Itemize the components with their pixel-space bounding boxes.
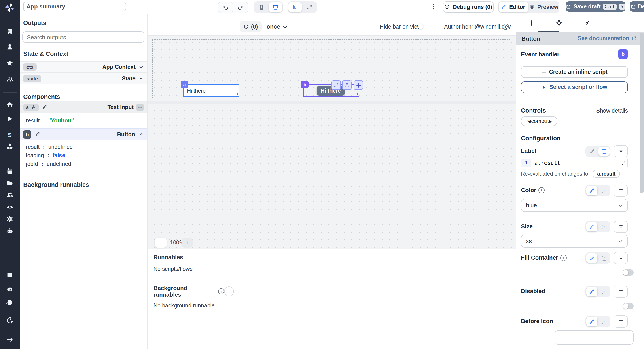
- expand-editor-button[interactable]: [619, 159, 628, 167]
- calendar-icon[interactable]: [6, 168, 14, 175]
- moon-icon[interactable]: [6, 317, 14, 324]
- component-a-id-pill[interactable]: a: [23, 103, 39, 111]
- fill-container-toggle[interactable]: [622, 270, 634, 276]
- users-icon[interactable]: [6, 75, 14, 83]
- edit-pencil-icon[interactable]: [42, 104, 48, 110]
- connect-input-button[interactable]: [614, 316, 628, 328]
- move-component-button[interactable]: [354, 80, 363, 90]
- info-icon[interactable]: i: [218, 288, 224, 295]
- size-select[interactable]: xs: [521, 235, 628, 248]
- more-options-icon[interactable]: [430, 3, 438, 10]
- chevron-down-icon[interactable]: [139, 64, 144, 69]
- component-settings-tab[interactable]: [551, 19, 567, 26]
- connect-input-button[interactable]: [614, 185, 628, 197]
- refresh-button[interactable]: (0): [240, 21, 262, 32]
- expand-component-button[interactable]: [332, 80, 341, 90]
- component-a-result-line[interactable]: result : "Youhou": [20, 113, 147, 128]
- resize-handle[interactable]: [355, 92, 358, 95]
- recompute-button[interactable]: recompute: [521, 116, 557, 126]
- static-mode-button[interactable]: [586, 253, 598, 263]
- eval-mode-button[interactable]: f: [598, 147, 610, 156]
- component-a-canvas-badge[interactable]: a: [181, 81, 188, 88]
- chevron-up-icon[interactable]: [139, 132, 144, 137]
- app-canvas[interactable]: a Hi there b Hi there − 100%: [148, 36, 516, 249]
- github-icon[interactable]: [6, 299, 14, 306]
- dollar-icon[interactable]: $: [6, 131, 14, 139]
- home-icon[interactable]: [6, 101, 14, 108]
- insert-component-tab[interactable]: [523, 20, 539, 26]
- component-b-canvas-badge[interactable]: b: [301, 81, 308, 88]
- eval-mode-button[interactable]: f: [598, 317, 610, 326]
- component-b-output-line[interactable]: loading : false: [20, 151, 147, 160]
- mode-chevron-down-icon[interactable]: [282, 24, 288, 30]
- component-row-b[interactable]: b Button: [20, 128, 147, 140]
- show-details-link[interactable]: Show details: [596, 107, 628, 114]
- gear-icon[interactable]: [6, 215, 14, 223]
- refresh-mode-label[interactable]: once: [266, 23, 280, 30]
- info-icon[interactable]: i: [560, 255, 567, 261]
- settings-scrollbar[interactable]: [640, 33, 644, 193]
- eye-icon[interactable]: [6, 204, 14, 211]
- add-background-runnable-button[interactable]: +: [224, 287, 234, 296]
- folder-icon[interactable]: [6, 180, 14, 187]
- theme-tab[interactable]: [579, 20, 595, 26]
- robot-icon[interactable]: [6, 227, 14, 235]
- edit-pencil-icon[interactable]: [35, 131, 41, 137]
- debug-runs-button[interactable]: Debug runs (0): [443, 1, 494, 12]
- info-icon[interactable]: i: [538, 187, 545, 193]
- app-summary-input[interactable]: [23, 2, 126, 11]
- label-code-editor[interactable]: 1 a.result: [521, 159, 628, 167]
- windmill-logo-icon[interactable]: [4, 2, 15, 13]
- create-inline-script-button[interactable]: Create an inline script: [521, 66, 628, 78]
- ctx-row[interactable]: ctx App Context: [20, 61, 147, 73]
- resize-handle[interactable]: [235, 92, 238, 95]
- color-select[interactable]: blue: [521, 199, 628, 212]
- book-icon[interactable]: [6, 272, 14, 279]
- event-handler-target-chip[interactable]: b: [618, 49, 628, 59]
- discord-icon[interactable]: [6, 286, 14, 293]
- play-icon[interactable]: [6, 115, 14, 122]
- reeval-dependency-pill[interactable]: a.result: [593, 170, 620, 178]
- connect-input-button[interactable]: [614, 286, 628, 298]
- star-icon[interactable]: [6, 59, 14, 67]
- desktop-view-button[interactable]: [269, 2, 282, 12]
- static-mode-button[interactable]: [586, 147, 598, 156]
- eval-mode-button[interactable]: f: [598, 186, 610, 195]
- connect-input-button[interactable]: [614, 252, 628, 264]
- connect-input-button[interactable]: [614, 145, 628, 157]
- centered-layout-button[interactable]: [288, 2, 302, 12]
- before-icon-input[interactable]: [554, 330, 634, 345]
- search-outputs-input[interactable]: [22, 31, 144, 43]
- editor-tab[interactable]: Editor: [499, 2, 528, 12]
- mobile-view-button[interactable]: [254, 2, 268, 12]
- zoom-in-button[interactable]: +: [182, 238, 193, 248]
- text-input-component[interactable]: Hi there: [183, 84, 239, 96]
- component-b-output-line[interactable]: jobId : undefined: [20, 160, 147, 168]
- chevron-down-icon[interactable]: [139, 76, 144, 81]
- save-draft-button[interactable]: Save draft Ctrl S: [566, 1, 625, 12]
- eval-mode-button[interactable]: f: [598, 287, 610, 296]
- eval-mode-button[interactable]: f: [598, 222, 610, 232]
- zoom-out-button[interactable]: −: [155, 238, 167, 248]
- redo-button[interactable]: [233, 2, 248, 12]
- preview-tab[interactable]: Preview: [529, 2, 558, 12]
- component-row-a[interactable]: a Text Input: [20, 101, 147, 113]
- select-script-or-flow-button[interactable]: Select a script or flow: [521, 81, 628, 93]
- static-mode-button[interactable]: [586, 222, 598, 232]
- anchor-component-button[interactable]: [342, 80, 352, 90]
- eval-mode-button[interactable]: f: [598, 253, 610, 263]
- cubes-icon[interactable]: [6, 143, 14, 150]
- component-b-id-badge[interactable]: b: [23, 130, 31, 138]
- info-icon[interactable]: i: [503, 24, 509, 30]
- static-mode-button[interactable]: [586, 186, 598, 195]
- users-settings-icon[interactable]: [6, 191, 14, 198]
- disabled-toggle[interactable]: [622, 303, 634, 309]
- see-documentation-link[interactable]: See documentation: [578, 35, 637, 41]
- connect-input-button[interactable]: [614, 221, 628, 233]
- building-icon[interactable]: [6, 28, 14, 35]
- static-mode-button[interactable]: [586, 287, 598, 296]
- undo-button[interactable]: [218, 2, 233, 12]
- collapse-a-button[interactable]: [136, 103, 144, 111]
- static-mode-button[interactable]: [586, 317, 598, 326]
- fullscreen-button[interactable]: [303, 2, 316, 12]
